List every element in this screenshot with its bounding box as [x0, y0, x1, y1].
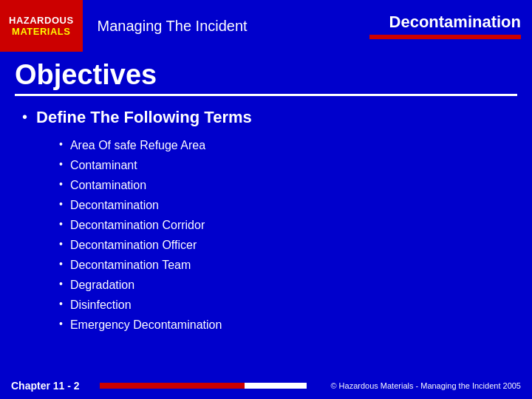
footer-bar: [100, 383, 307, 389]
bullet-text: Disinfection: [70, 296, 132, 314]
hazardous-top-label: HAZARDOUS: [9, 15, 74, 26]
page-title: Objectives: [15, 59, 517, 91]
header-title: Managing The Incident: [83, 0, 369, 52]
bullet-icon: •: [59, 296, 63, 312]
objectives-section: Objectives • Define The Following Terms …: [0, 52, 532, 334]
footer-bar-white: [245, 383, 307, 389]
main-bullet-text: Define The Following Terms: [36, 106, 252, 129]
bullet-icon: •: [59, 316, 63, 332]
list-item: •Decontamination Officer: [59, 236, 517, 254]
bullet-text: Contamination: [70, 177, 146, 194]
header-red-bar: [369, 35, 521, 39]
bullet-icon: •: [59, 137, 63, 152]
list-item: •Disinfection: [59, 296, 517, 314]
bullet-text: Emergency Decontamination: [70, 316, 222, 334]
bullet-icon: •: [59, 216, 63, 232]
bullet-icon: •: [59, 157, 63, 172]
bullet-text: Decontamination Officer: [70, 236, 197, 254]
bullet-icon: •: [59, 177, 63, 192]
footer: Chapter 11 - 2 © Hazardous Materials - M…: [0, 372, 532, 399]
bullet-text: Decontamination Corridor: [70, 216, 205, 234]
bullet-icon: •: [59, 276, 63, 292]
bullet-icon: •: [59, 256, 63, 272]
list-item: •Contamination: [59, 177, 517, 194]
list-item: •Decontamination Team: [59, 256, 517, 274]
hazardous-logo: HAZARDOUS MATERIALS: [0, 0, 83, 52]
list-item: •Contaminant: [59, 157, 517, 174]
list-item: •Degradation: [59, 276, 517, 294]
divider: [15, 94, 517, 96]
list-item: •Area Of safe Refuge Area: [59, 137, 517, 154]
main-bullet-item: • Define The Following Terms: [15, 106, 517, 129]
hazardous-bottom-label: MATERIALS: [12, 26, 70, 37]
sub-bullets-list: •Area Of safe Refuge Area•Contaminant•Co…: [15, 137, 517, 334]
bullet-icon: •: [59, 197, 63, 212]
managing-title: Managing The Incident: [98, 18, 248, 35]
main-bullet-icon: •: [22, 106, 27, 127]
bullet-text: Decontamination Team: [70, 256, 191, 274]
bullet-text: Degradation: [70, 276, 134, 294]
header: HAZARDOUS MATERIALS Managing The Inciden…: [0, 0, 532, 52]
footer-chapter: Chapter 11 - 2: [11, 380, 92, 392]
bullet-text: Area Of safe Refuge Area: [70, 137, 205, 154]
header-right: Decontamination: [369, 0, 532, 52]
bullet-text: Decontamination: [70, 197, 159, 214]
list-item: •Decontamination Corridor: [59, 216, 517, 234]
bullet-icon: •: [59, 236, 63, 252]
decontamination-heading: Decontamination: [389, 13, 521, 32]
footer-copyright: © Hazardous Materials - Managing the Inc…: [314, 381, 521, 390]
list-item: •Emergency Decontamination: [59, 316, 517, 334]
list-item: •Decontamination: [59, 197, 517, 214]
bullet-text: Contaminant: [70, 157, 137, 174]
